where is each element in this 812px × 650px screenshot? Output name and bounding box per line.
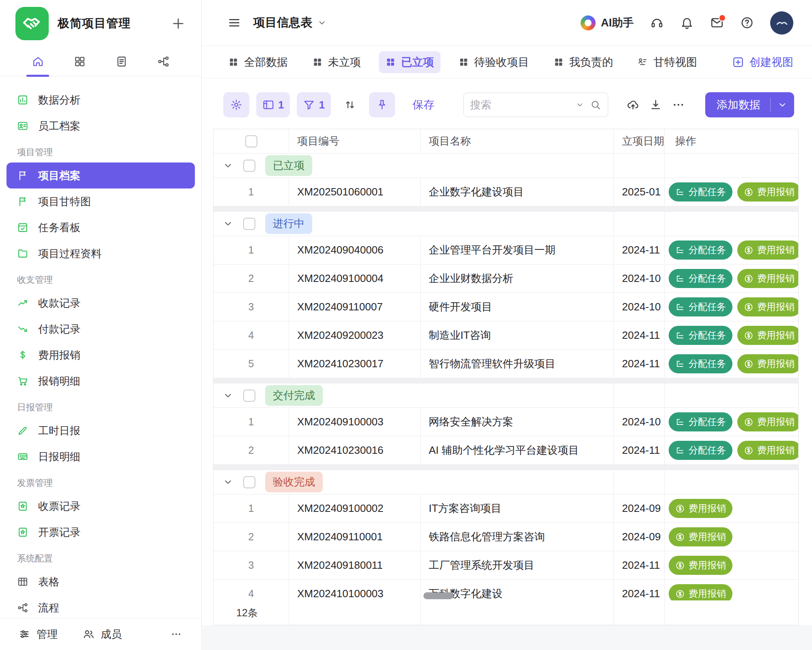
project-code-cell[interactable]: XM202410230016 <box>289 436 421 464</box>
assign-task-button[interactable]: 分配任务 <box>669 240 732 260</box>
collapse-group-button[interactable] <box>222 160 233 171</box>
support-button[interactable] <box>650 16 664 30</box>
ai-assistant-button[interactable]: AI助手 <box>581 15 634 30</box>
expense-report-button[interactable]: 费用报销 <box>669 527 732 546</box>
project-date-cell[interactable]: 2024-11 <box>614 321 665 349</box>
expense-report-button[interactable]: 费用报销 <box>669 556 732 575</box>
project-date-cell[interactable]: 2024-10 <box>614 408 665 436</box>
sort-button[interactable] <box>338 92 362 117</box>
project-date-cell[interactable]: 2024-11 <box>614 580 665 600</box>
expense-report-button[interactable]: 费用报销 <box>737 354 798 373</box>
sidebar-item[interactable]: 表格 <box>6 569 195 595</box>
sidebar-tab-doc[interactable] <box>108 47 135 76</box>
assign-task-button[interactable]: 分配任务 <box>669 412 732 431</box>
sidebar-item[interactable]: 付款记录 <box>6 316 195 342</box>
more-actions-button[interactable] <box>672 98 685 111</box>
project-date-cell[interactable]: 2024-10 <box>614 264 665 292</box>
group-checkbox[interactable] <box>243 476 255 488</box>
sidebar-tab-home[interactable] <box>24 47 51 76</box>
column-header-code[interactable]: 项目编号 <box>289 129 421 153</box>
inbox-button[interactable] <box>710 16 724 30</box>
help-button[interactable] <box>740 16 754 30</box>
import-button[interactable] <box>626 98 639 111</box>
project-code-cell[interactable]: XM202409040006 <box>289 236 421 264</box>
project-date-cell[interactable]: 2024-10 <box>614 293 665 321</box>
project-name-cell[interactable]: IT方案咨询项目 <box>421 494 614 522</box>
notifications-button[interactable] <box>680 16 694 30</box>
group-checkbox[interactable] <box>243 390 255 402</box>
project-name-cell[interactable]: AI 辅助个性化学习平台建设项目 <box>421 436 614 464</box>
assign-task-button[interactable]: 分配任务 <box>669 441 732 460</box>
sidebar-item[interactable]: 开票记录 <box>6 519 195 545</box>
user-avatar[interactable] <box>770 11 793 35</box>
sidebar-item[interactable]: 费用报销 <box>6 342 195 368</box>
pin-button[interactable] <box>369 92 395 117</box>
expense-report-button[interactable]: 费用报销 <box>669 499 732 518</box>
column-header-date[interactable]: 立项日期 <box>614 129 665 153</box>
sidebar-item[interactable]: 数据分析 <box>6 87 195 113</box>
project-date-cell[interactable]: 2024-11 <box>614 236 665 264</box>
search-input[interactable] <box>470 99 570 111</box>
sidebar-item[interactable]: 日报明细 <box>6 444 195 470</box>
sidebar-item[interactable]: 项目档案 <box>6 162 195 188</box>
expense-report-button[interactable]: 费用报销 <box>737 326 798 345</box>
column-header-name[interactable]: 项目名称 <box>421 129 614 153</box>
view-tab[interactable]: 已立项 <box>379 51 441 73</box>
column-header-ops[interactable]: 操作 <box>665 129 798 153</box>
project-date-cell[interactable]: 2024-09 <box>614 494 665 522</box>
settings-button[interactable] <box>223 92 249 117</box>
add-app-button[interactable] <box>171 17 185 30</box>
expense-report-button[interactable]: 费用报销 <box>737 269 798 288</box>
project-code-cell[interactable]: XM202409100002 <box>289 494 421 522</box>
project-code-cell[interactable]: XM202409100003 <box>289 408 421 436</box>
project-code-cell[interactable]: XM202501060001 <box>289 178 421 206</box>
page-title-wrap[interactable]: 项目信息表 <box>253 15 327 31</box>
sidebar-more-button[interactable] <box>171 628 182 640</box>
sidebar-item[interactable]: 员工档案 <box>6 113 195 139</box>
expense-report-button[interactable]: 费用报销 <box>737 441 798 460</box>
group-checkbox[interactable] <box>243 218 255 230</box>
select-all-checkbox[interactable] <box>245 135 257 147</box>
project-code-cell[interactable]: XM202409100004 <box>289 264 421 292</box>
project-code-cell[interactable]: XM202409180011 <box>289 551 421 579</box>
sidebar-item[interactable]: 任务看板 <box>6 214 195 240</box>
collapse-group-button[interactable] <box>222 218 233 229</box>
project-name-cell[interactable]: 制造业IT咨询 <box>421 321 614 349</box>
project-name-cell[interactable]: 硬件开发项目 <box>421 293 614 321</box>
sidebar-item[interactable]: 流程 <box>6 595 195 618</box>
expense-report-button[interactable]: 费用报销 <box>737 297 798 316</box>
project-date-cell[interactable]: 2024-11 <box>614 551 665 579</box>
sidebar-item[interactable]: 项目过程资料 <box>6 240 195 266</box>
view-tab[interactable]: 甘特视图 <box>631 51 704 73</box>
sidebar-tab-grid[interactable] <box>66 47 93 76</box>
manage-button[interactable]: 管理 <box>19 627 58 641</box>
project-name-cell[interactable]: 企业业财数据分析 <box>421 264 614 292</box>
expense-report-button[interactable]: 费用报销 <box>737 240 798 260</box>
project-code-cell[interactable]: XM202410100003 <box>289 580 421 600</box>
project-name-cell[interactable]: 工厂管理系统开发项目 <box>421 551 614 579</box>
collapse-group-button[interactable] <box>222 477 233 488</box>
collapse-group-button[interactable] <box>222 390 233 401</box>
expense-report-button[interactable]: 费用报销 <box>669 584 732 600</box>
sidebar-item[interactable]: 收款记录 <box>6 290 195 316</box>
create-view-button[interactable]: 创建视图 <box>732 55 793 69</box>
group-checkbox[interactable] <box>243 160 255 172</box>
save-button[interactable]: 保存 <box>412 98 434 112</box>
assign-task-button[interactable]: 分配任务 <box>669 269 732 288</box>
horizontal-scrollbar-thumb[interactable] <box>423 592 454 599</box>
add-data-button[interactable]: 添加数据 <box>705 98 770 112</box>
project-code-cell[interactable]: XM202410230017 <box>289 350 421 378</box>
search-scope-chevron-icon[interactable] <box>575 100 584 109</box>
assign-task-button[interactable]: 分配任务 <box>669 297 732 316</box>
assign-task-button[interactable]: 分配任务 <box>669 354 732 373</box>
project-date-cell[interactable]: 2025-01 <box>614 178 665 206</box>
field-config-button[interactable]: 1 <box>256 92 290 117</box>
view-tab[interactable]: 待验收项目 <box>452 51 536 73</box>
project-code-cell[interactable]: XM202409110001 <box>289 523 421 551</box>
add-data-dropdown-button[interactable] <box>771 100 794 110</box>
sidebar-item[interactable]: 工时日报 <box>6 418 195 444</box>
project-name-cell[interactable]: 企业数字化建设项目 <box>421 178 614 206</box>
export-button[interactable] <box>649 98 662 111</box>
project-name-cell[interactable]: 网络安全解决方案 <box>421 408 614 436</box>
search-icon[interactable] <box>590 99 601 110</box>
